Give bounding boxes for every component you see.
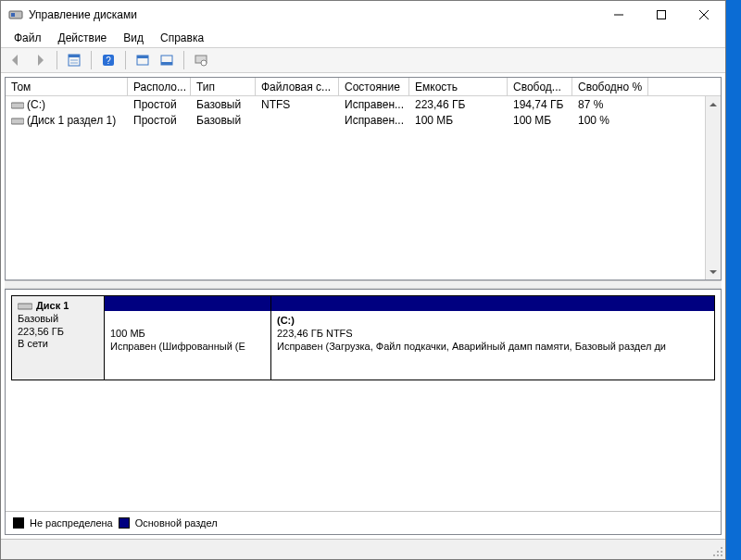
partition-block[interactable]: (C:) 223,46 ГБ NTFS Исправен (Загрузка, … [271,296,714,380]
svg-rect-18 [11,103,24,108]
legend-swatch-unallocated [13,517,24,529]
volume-capacity: 223,46 ГБ [409,98,508,111]
svg-point-23 [721,551,722,553]
window-title: Управление дисками [29,8,137,21]
toolbar-view-button[interactable] [63,50,85,70]
scroll-down-icon[interactable] [706,264,721,280]
disk-label[interactable]: Диск 1 Базовый 223,56 ГБ В сети [12,296,105,380]
col-header-free[interactable]: Свобод... [508,78,572,95]
svg-point-21 [721,547,722,549]
toolbar-properties-button[interactable] [190,50,212,70]
svg-rect-7 [69,55,80,57]
partition-size: 100 МБ [110,328,265,341]
volume-layout: Простой [128,98,191,111]
col-header-type[interactable]: Тип [191,78,256,95]
volume-row[interactable]: (C:) Простой Базовый NTFS Исправен... 22… [6,96,721,112]
partition-size: 223,46 ГБ NTFS [277,328,709,341]
volume-rows: (C:) Простой Базовый NTFS Исправен... 22… [6,96,721,280]
menu-help[interactable]: Справка [153,30,211,46]
legend-primary: Основной раздел [135,517,218,529]
partition-header-bar [271,296,714,311]
disk-block: Диск 1 Базовый 223,56 ГБ В сети 100 МБ И… [11,295,715,380]
col-header-rest[interactable] [648,78,721,95]
col-header-volume[interactable]: Том [6,78,128,95]
disk-management-window: Управление дисками Файл Действие Вид Спр… [0,0,726,560]
partition-title: (C:) [277,315,709,328]
forward-button[interactable] [29,50,51,70]
volume-columns-header: Том Располо... Тип Файловая с... Состоян… [6,78,721,96]
drive-icon [11,116,24,125]
menubar: Файл Действие Вид Справка [1,29,725,47]
close-button[interactable] [683,1,725,29]
menu-view[interactable]: Вид [116,30,151,46]
volume-freepct: 100 % [572,114,648,127]
svg-rect-1 [11,13,15,17]
minimize-button[interactable] [597,1,640,29]
help-button[interactable]: ? [97,50,119,70]
app-icon [8,7,23,22]
legend-swatch-primary [119,517,130,529]
volume-list-pane: Том Располо... Тип Файловая с... Состоян… [5,77,722,280]
volume-fs: NTFS [256,98,339,111]
volume-name: (Диск 1 раздел 1) [27,114,116,127]
col-header-status[interactable]: Состояние [339,78,409,95]
disk-size: 223,56 ГБ [18,326,98,339]
pane-splitter[interactable] [5,280,722,289]
partition-status: Исправен (Загрузка, Файл подкачки, Авари… [277,341,709,354]
col-header-layout[interactable]: Располо... [128,78,191,95]
volume-name: (C:) [27,98,45,111]
svg-rect-19 [11,118,24,124]
volume-freepct: 87 % [572,98,648,111]
svg-rect-3 [658,11,666,19]
svg-point-17 [201,60,207,66]
resize-grip-icon[interactable] [710,544,723,557]
svg-rect-20 [18,304,32,309]
col-header-freepct[interactable]: Свободно % [572,78,648,95]
volume-free: 100 МБ [508,114,572,127]
svg-point-25 [717,554,719,556]
content-area: Том Располо... Тип Файловая с... Состоян… [1,73,725,539]
menu-action[interactable]: Действие [51,30,115,46]
menu-file[interactable]: Файл [6,30,49,46]
legend-unallocated: Не распределена [30,517,113,529]
titlebar[interactable]: Управление дисками [1,1,725,29]
toolbar-settings-top-button[interactable] [132,50,154,70]
toolbar-settings-bottom-button[interactable] [156,50,178,70]
disk-icon [18,302,32,311]
toolbar: ? [1,47,725,73]
volume-layout: Простой [128,114,191,127]
statusbar [1,539,725,559]
svg-text:?: ? [106,56,111,66]
svg-point-26 [721,554,722,556]
disk-graphic-pane: Диск 1 Базовый 223,56 ГБ В сети 100 МБ И… [5,289,722,535]
partition-block[interactable]: 100 МБ Исправен (Шифрованный (E [105,296,271,380]
drive-icon [11,100,24,109]
volume-status: Исправен... [339,98,409,111]
scroll-up-icon[interactable] [706,96,721,112]
volume-type: Базовый [191,98,256,111]
svg-rect-15 [161,62,172,65]
volume-capacity: 100 МБ [409,114,508,127]
volume-status: Исправен... [339,114,409,127]
disk-name: Диск 1 [36,300,69,311]
volume-row[interactable]: (Диск 1 раздел 1) Простой Базовый Исправ… [6,112,721,128]
col-header-capacity[interactable]: Емкость [409,78,508,95]
partition-header-bar [105,296,270,311]
svg-rect-13 [137,56,148,58]
disk-status: В сети [18,338,98,351]
legend: Не распределена Основной раздел [6,511,721,534]
volume-scrollbar[interactable] [705,96,721,280]
col-header-filesystem[interactable]: Файловая с... [256,78,339,95]
svg-point-22 [717,551,719,553]
back-button[interactable] [5,50,27,70]
partition-status: Исправен (Шифрованный (E [110,341,265,354]
volume-free: 194,74 ГБ [508,98,572,111]
volume-type: Базовый [191,114,256,127]
disk-type: Базовый [18,313,98,326]
maximize-button[interactable] [640,1,683,29]
svg-point-24 [713,554,715,556]
